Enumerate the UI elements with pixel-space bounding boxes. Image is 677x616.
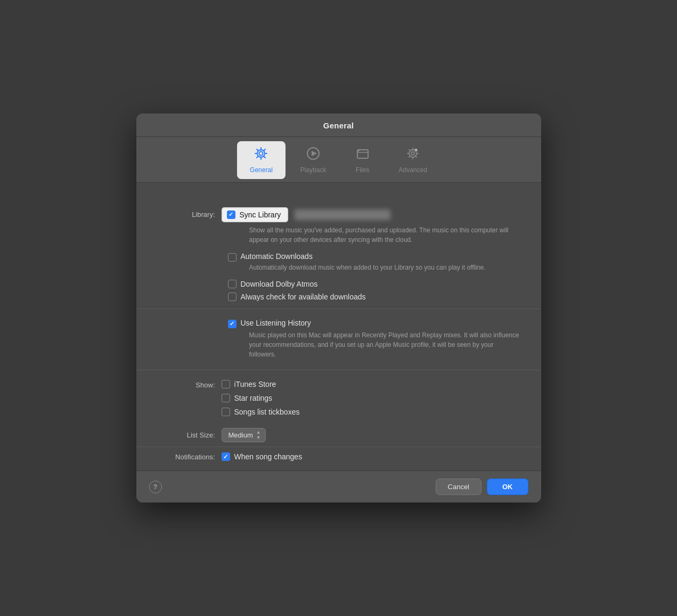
star-ratings-label: Star ratings — [234, 394, 273, 402]
stepper-arrows[interactable]: ▲ ▼ — [256, 430, 261, 441]
sync-library-checkbox[interactable] — [227, 210, 235, 219]
footer-buttons: Cancel OK — [436, 479, 528, 495]
songs-tickboxes-checkbox[interactable] — [222, 408, 230, 416]
always-check-label: Always check for available downloads — [241, 293, 366, 301]
list-size-label: List Size: — [158, 431, 222, 439]
show-label: Show: — [158, 380, 222, 389]
window-title: General — [136, 121, 541, 130]
tab-files-label: Files — [356, 166, 369, 174]
dolby-atmos-label: Download Dolby Atmos — [241, 280, 318, 288]
notifications-when-song-label: When song changes — [234, 452, 303, 461]
list-size-stepper[interactable]: Medium ▲ ▼ — [222, 428, 266, 443]
files-icon — [355, 145, 371, 164]
tab-general-label: General — [250, 166, 273, 174]
tab-files[interactable]: Files — [341, 141, 384, 179]
show-section: Show: iTunes Store Star ratings — [136, 370, 541, 424]
notifications-checkbox-row: When song changes — [222, 452, 303, 461]
notifications-checkbox[interactable] — [222, 452, 230, 461]
dolby-atmos-checkbox[interactable] — [228, 280, 236, 288]
tab-playback[interactable]: Playback — [288, 141, 339, 179]
advanced-icon — [405, 145, 421, 164]
cancel-button[interactable]: Cancel — [436, 479, 482, 495]
content-area: Library: Sync Library Show all the music… — [136, 183, 541, 471]
itunes-store-checkbox[interactable] — [222, 380, 230, 388]
listening-history-row: Use Listening History — [207, 315, 541, 328]
notifications-row: Notifications: When song changes — [136, 447, 541, 471]
tab-playback-label: Playback — [300, 166, 327, 174]
help-button[interactable]: ? — [149, 481, 162, 493]
star-ratings-row: Star ratings — [222, 394, 300, 402]
svg-point-0 — [259, 151, 263, 155]
svg-point-5 — [411, 152, 414, 155]
always-check-checkbox[interactable] — [228, 293, 236, 301]
automatic-downloads-checkbox[interactable] — [228, 253, 236, 262]
sync-library-description: Show all the music you've added, purchas… — [228, 224, 541, 249]
tab-general[interactable]: General — [237, 141, 286, 179]
library-label: Library: — [158, 210, 222, 218]
sync-library-text: Sync Library — [240, 210, 281, 219]
notifications-label: Notifications: — [158, 453, 222, 461]
automatic-downloads-row: Automatic Downloads — [207, 249, 541, 262]
tab-advanced[interactable]: Advanced — [386, 141, 440, 179]
listening-history-section: Use Listening History Music played on th… — [136, 309, 541, 370]
library-section: Library: Sync Library Show all the music… — [136, 196, 541, 309]
blurred-account-bar — [295, 209, 390, 220]
songs-tickboxes-row: Songs list tickboxes — [222, 408, 300, 416]
automatic-downloads-label: Automatic Downloads — [241, 252, 313, 261]
preferences-window: General General Playback — [136, 114, 541, 503]
itunes-store-row: iTunes Store — [222, 380, 300, 388]
general-icon — [253, 145, 269, 164]
stepper-down[interactable]: ▼ — [256, 435, 261, 441]
svg-marker-3 — [312, 151, 317, 156]
toolbar: General Playback Files — [136, 137, 541, 183]
itunes-store-label: iTunes Store — [234, 380, 276, 388]
sync-library-box[interactable]: Sync Library — [222, 207, 289, 222]
listening-history-desc: Music played on this Mac will appear in … — [228, 328, 541, 363]
show-options: iTunes Store Star ratings Songs list tic… — [222, 380, 300, 416]
automatic-downloads-desc: Automatically download music when added … — [228, 262, 541, 277]
show-row: Show: iTunes Store Star ratings — [136, 377, 541, 419]
dolby-atmos-row: Download Dolby Atmos — [207, 277, 541, 291]
title-bar: General — [136, 114, 541, 137]
star-ratings-checkbox[interactable] — [222, 394, 230, 402]
sync-library-row: Library: Sync Library — [136, 204, 541, 224]
listening-history-label: Use Listening History — [241, 319, 311, 327]
playback-icon — [305, 145, 321, 164]
ok-button[interactable]: OK — [487, 479, 528, 495]
list-size-value: Medium — [229, 431, 253, 439]
svg-point-1 — [257, 150, 265, 157]
list-size-row: List Size: Medium ▲ ▼ — [136, 424, 541, 447]
listening-history-checkbox[interactable] — [228, 320, 236, 328]
songs-tickboxes-label: Songs list tickboxes — [234, 408, 300, 416]
always-check-row: Always check for available downloads — [207, 291, 541, 309]
tab-advanced-label: Advanced — [399, 166, 427, 174]
footer: ? Cancel OK — [136, 471, 541, 502]
